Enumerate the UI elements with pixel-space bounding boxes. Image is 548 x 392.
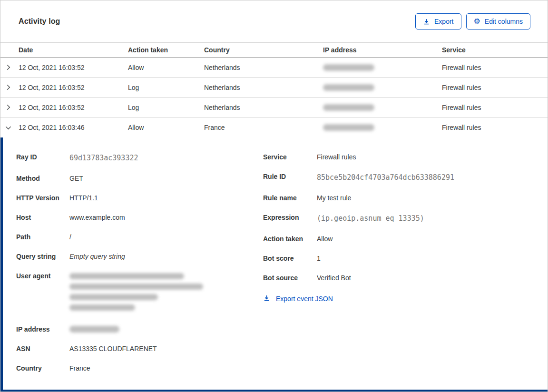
redacted-ip <box>323 84 374 91</box>
detail-field: Action takenAllow <box>263 234 538 244</box>
detail-field: Hostwww.example.com <box>16 212 263 223</box>
detail-field-label: Method <box>16 173 69 184</box>
chevron-right-icon[interactable] <box>0 84 19 91</box>
country-cell: France <box>204 124 323 131</box>
detail-field-label: Bot source <box>263 273 317 283</box>
ip-address-cell <box>323 104 442 111</box>
column-header-date: Date <box>19 46 128 54</box>
service-cell: Firewall rules <box>442 104 548 111</box>
detail-field-label: Ray ID <box>16 152 69 164</box>
service-cell: Firewall rules <box>442 64 548 71</box>
ip-address-cell <box>323 124 442 131</box>
detail-field: Rule nameMy test rule <box>263 193 538 203</box>
country-cell: Netherlands <box>204 64 323 71</box>
detail-accent-left-bar <box>0 137 3 392</box>
detail-field: MethodGET <box>16 173 263 184</box>
chevron-right-icon[interactable] <box>0 64 19 71</box>
detail-field-label: Bot score <box>263 253 317 264</box>
detail-field-value: Verified Bot <box>317 273 351 283</box>
detail-field: CountryFrance <box>16 363 263 373</box>
detail-field-label: Country <box>16 363 69 373</box>
detail-field-label: Action taken <box>263 234 317 244</box>
ip-address-cell <box>323 84 442 91</box>
detail-field-label: Query string <box>16 251 69 262</box>
detail-field-label: ASN <box>16 343 69 354</box>
detail-field-value: (ip.geoip.asnum eq 13335) <box>317 212 424 225</box>
detail-accent-bottom-bar <box>0 390 548 392</box>
detail-field: HTTP VersionHTTP/1.1 <box>16 193 263 203</box>
detail-left-column: Ray ID69d13783ac393322MethodGETHTTP Vers… <box>16 152 263 392</box>
download-icon <box>263 294 270 303</box>
date-cell: 12 Oct, 2021 16:03:52 <box>19 84 128 91</box>
detail-field-label: Rule ID <box>263 171 317 184</box>
activity-log-panel: Activity log Export ⚙ Edit columns Date … <box>0 0 548 392</box>
column-header-country: Country <box>204 46 323 54</box>
detail-field-value: My test rule <box>317 193 351 203</box>
redacted-ip <box>323 104 374 111</box>
redacted-ip <box>323 124 374 131</box>
action-taken-cell: Allow <box>128 64 204 71</box>
detail-field-label: Host <box>16 212 69 223</box>
export-button[interactable]: Export <box>415 13 461 29</box>
detail-field: Rule ID85bce5b204cf4703a764dcb633886291 <box>263 171 538 184</box>
detail-field: ASNAS13335 CLOUDFLARENET <box>16 343 263 354</box>
table-row[interactable]: 12 Oct, 2021 16:03:46AllowFranceFirewall… <box>0 118 548 137</box>
table-row[interactable]: 12 Oct, 2021 16:03:52LogNetherlandsFirew… <box>0 98 548 118</box>
chevron-down-icon[interactable] <box>0 124 19 131</box>
detail-field-value: 69d13783ac393322 <box>69 152 138 164</box>
detail-field-label: User agent <box>16 271 69 315</box>
detail-field-value <box>69 271 203 315</box>
detail-field-value: 1 <box>317 253 321 264</box>
date-cell: 12 Oct, 2021 16:03:46 <box>19 124 128 131</box>
detail-field: Expression(ip.geoip.asnum eq 13335) <box>263 212 538 225</box>
action-taken-cell: Log <box>128 104 204 111</box>
export-event-json-label: Export event JSON <box>276 295 333 303</box>
detail-field: Bot sourceVerified Bot <box>263 273 538 283</box>
page-title: Activity log <box>19 17 60 26</box>
detail-field-value: 85bce5b204cf4703a764dcb633886291 <box>317 171 454 184</box>
detail-field-value <box>69 324 119 334</box>
detail-field: Bot score1 <box>263 253 538 264</box>
detail-field-label: HTTP Version <box>16 193 69 203</box>
chevron-right-icon[interactable] <box>0 104 19 111</box>
table-row[interactable]: 12 Oct, 2021 16:03:52LogNetherlandsFirew… <box>0 78 548 98</box>
detail-field: Ray ID69d13783ac393322 <box>16 152 263 164</box>
redacted-text-line <box>69 304 135 311</box>
table-row[interactable]: 12 Oct, 2021 16:03:52AllowNetherlandsFir… <box>0 58 548 78</box>
redacted-text-line <box>69 294 158 300</box>
export-event-json-link[interactable]: Export event JSON <box>263 294 333 303</box>
detail-field-label: IP address <box>16 324 69 334</box>
gear-icon: ⚙ <box>474 18 480 25</box>
detail-field-value: HTTP/1.1 <box>69 193 98 203</box>
detail-field-label: Expression <box>263 212 317 225</box>
topbar-actions: Export ⚙ Edit columns <box>415 13 530 29</box>
date-cell: 12 Oct, 2021 16:03:52 <box>19 104 128 111</box>
detail-field: ServiceFirewall rules <box>263 152 538 162</box>
edit-columns-button[interactable]: ⚙ Edit columns <box>466 13 531 29</box>
ip-address-cell <box>323 64 442 71</box>
service-cell: Firewall rules <box>442 124 548 131</box>
country-cell: Netherlands <box>204 104 323 111</box>
topbar: Activity log Export ⚙ Edit columns <box>0 0 548 42</box>
column-header-service: Service <box>442 46 548 54</box>
detail-field-value: GET <box>69 173 83 184</box>
detail-field-value: www.example.com <box>69 212 125 223</box>
column-header-action-taken: Action taken <box>128 46 204 54</box>
detail-field-value: France <box>69 363 90 373</box>
detail-field: User agent <box>16 271 263 315</box>
column-header-ip-address: IP address <box>323 46 442 54</box>
country-cell: Netherlands <box>204 84 323 91</box>
redacted-text-line <box>69 273 184 279</box>
detail-field-label: Service <box>263 152 317 162</box>
service-cell: Firewall rules <box>442 84 548 91</box>
detail-field: Path/ <box>16 232 263 242</box>
redacted-text-line <box>69 284 203 290</box>
detail-field-label: Rule name <box>263 193 317 203</box>
date-cell: 12 Oct, 2021 16:03:52 <box>19 64 128 71</box>
event-detail-panel: Ray ID69d13783ac393322MethodGETHTTP Vers… <box>0 137 548 392</box>
detail-field-value: AS13335 CLOUDFLARENET <box>69 343 157 354</box>
action-taken-cell: Allow <box>128 124 204 131</box>
download-icon <box>423 18 430 25</box>
redacted-ip <box>69 326 119 333</box>
detail-field-value: Firewall rules <box>317 152 356 162</box>
